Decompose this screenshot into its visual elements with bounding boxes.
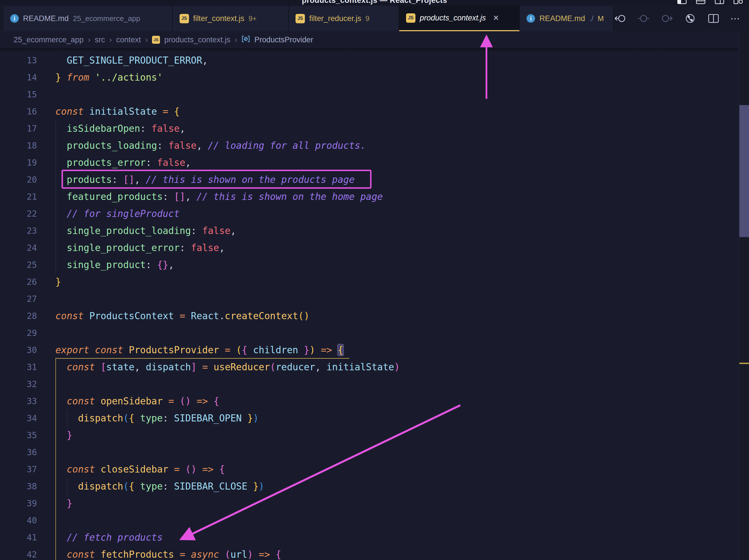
split-editor-icon[interactable] bbox=[707, 13, 720, 24]
nav-back-icon[interactable] bbox=[614, 13, 627, 24]
chevron-right-icon: › bbox=[235, 35, 237, 44]
chevron-right-icon: › bbox=[109, 35, 112, 44]
titlebar: products_context.js — React_Projects bbox=[0, 0, 749, 6]
tab-filter-context[interactable]: JS filter_context.js 9+ bbox=[173, 6, 289, 31]
line-number[interactable]: 23 bbox=[0, 222, 37, 239]
line-content: const openSidebar = () => { bbox=[56, 393, 219, 410]
line-number[interactable]: 31 bbox=[0, 359, 37, 376]
line-number[interactable]: 25 bbox=[0, 256, 37, 273]
code-line[interactable]: 30export const ProductsProvider = ({ chi… bbox=[0, 342, 739, 359]
line-number[interactable]: 38 bbox=[0, 478, 37, 495]
line-number[interactable]: 26 bbox=[0, 273, 37, 291]
line-number[interactable]: 34 bbox=[0, 410, 37, 427]
line-number[interactable]: 32 bbox=[0, 376, 37, 393]
code-line[interactable]: 38 dispatch({ type: SIDEBAR_CLOSE }) bbox=[0, 478, 739, 495]
line-number[interactable]: 24 bbox=[0, 239, 37, 256]
breadcrumb-item-file[interactable]: products_context.js bbox=[164, 36, 231, 44]
code-line[interactable]: 19 products_error: false, bbox=[0, 154, 739, 171]
code-line[interactable]: 15 bbox=[0, 86, 739, 103]
code-line[interactable]: 23 single_product_loading: false, bbox=[0, 222, 739, 239]
code-line[interactable]: 42 const fetchProducts = async (url) => … bbox=[0, 546, 739, 560]
line-number[interactable]: 40 bbox=[0, 512, 37, 529]
line-content: } bbox=[56, 427, 72, 444]
tab-label: products_context.js bbox=[420, 14, 486, 22]
tab-products-context-active[interactable]: JS products_context.js ✕ bbox=[399, 6, 520, 31]
code-line[interactable]: 40 bbox=[0, 512, 739, 529]
line-number[interactable]: 15 bbox=[0, 86, 37, 103]
line-number[interactable]: 22 bbox=[0, 205, 37, 222]
tab-filter-reducer[interactable]: JS filter_reducer.js 9 bbox=[289, 6, 399, 31]
breadcrumb-item-context[interactable]: context bbox=[116, 36, 141, 44]
line-number[interactable]: 17 bbox=[0, 120, 37, 137]
line-number[interactable]: 20 bbox=[0, 171, 37, 188]
code-line[interactable]: 25 single_product: {}, bbox=[0, 256, 739, 273]
line-number[interactable]: 19 bbox=[0, 154, 37, 171]
code-line[interactable]: 31 const [state, dispatch] = useReducer(… bbox=[0, 359, 739, 376]
chevron-right-icon: › bbox=[88, 35, 90, 44]
code-line[interactable]: 26} bbox=[0, 273, 739, 291]
window-title: products_context.js — React_Projects bbox=[0, 0, 749, 5]
close-icon[interactable]: ✕ bbox=[493, 14, 499, 22]
line-content: // fetch products bbox=[56, 529, 163, 546]
tab-label: filter_reducer.js bbox=[309, 14, 361, 23]
code-line[interactable]: 32 bbox=[0, 376, 739, 393]
nav-previous-icon[interactable] bbox=[637, 13, 650, 24]
breadcrumb-item-src[interactable]: src bbox=[94, 36, 105, 44]
line-number[interactable]: 18 bbox=[0, 137, 37, 154]
line-number[interactable]: 36 bbox=[0, 444, 37, 461]
code-line[interactable]: 18 products_loading: false, // loading f… bbox=[0, 137, 739, 154]
code-line[interactable]: 21 featured_products: [], // this is sho… bbox=[0, 188, 739, 205]
source-control-graph-icon[interactable] bbox=[684, 13, 697, 24]
code-line[interactable]: 41 // fetch products bbox=[0, 529, 739, 546]
customize-layout-icon[interactable] bbox=[733, 0, 743, 6]
line-content: // for singleProduct bbox=[56, 205, 179, 222]
toggle-panel-icon[interactable] bbox=[696, 0, 706, 6]
code-line[interactable]: 37 const closeSidebar = () => { bbox=[0, 461, 739, 478]
line-number[interactable]: 21 bbox=[0, 188, 37, 205]
line-number[interactable]: 35 bbox=[0, 427, 37, 444]
code-line[interactable]: 24 single_product_error: false, bbox=[0, 239, 739, 256]
code-line[interactable]: 28const ProductsContext = React.createCo… bbox=[0, 308, 739, 324]
code-line[interactable]: 35 } bbox=[0, 427, 739, 444]
code-line[interactable]: 14} from '../actions' bbox=[0, 69, 739, 86]
code-line[interactable]: 36 bbox=[0, 444, 739, 461]
tab-readme-modified[interactable]: i README.md ./ M bbox=[520, 6, 614, 31]
line-number[interactable]: 33 bbox=[0, 393, 37, 410]
code-editor[interactable]: 13 GET_SINGLE_PRODUCT_ERROR,14} from '..… bbox=[0, 48, 739, 560]
more-actions-icon[interactable]: ⋯ bbox=[730, 16, 741, 21]
line-content: products: [], // this is shown on the pr… bbox=[56, 171, 355, 188]
breadcrumb-item-symbol[interactable]: ProductsProvider bbox=[254, 36, 313, 44]
code-line[interactable]: 27 bbox=[0, 291, 739, 308]
scrollbar-thumb[interactable] bbox=[739, 105, 749, 237]
code-line[interactable]: 20 products: [], // this is shown on the… bbox=[0, 171, 739, 188]
line-number[interactable]: 42 bbox=[0, 546, 37, 560]
line-number[interactable]: 14 bbox=[0, 69, 37, 86]
toggle-primary-sidebar-icon[interactable] bbox=[677, 0, 687, 6]
line-number[interactable]: 28 bbox=[0, 308, 37, 324]
problems-badge: 9 bbox=[365, 15, 369, 23]
nav-forward-icon[interactable] bbox=[660, 13, 673, 24]
line-number[interactable]: 41 bbox=[0, 529, 37, 546]
code-line[interactable]: 29 bbox=[0, 324, 739, 342]
code-line[interactable]: 33 const openSidebar = () => { bbox=[0, 393, 739, 410]
line-number[interactable]: 13 bbox=[0, 52, 37, 69]
code-line[interactable]: 13 GET_SINGLE_PRODUCT_ERROR, bbox=[0, 52, 739, 69]
breadcrumb-item-project[interactable]: 25_ecommerce_app bbox=[14, 36, 84, 44]
line-number[interactable]: 37 bbox=[0, 461, 37, 478]
line-number[interactable]: 29 bbox=[0, 324, 37, 342]
line-number[interactable]: 39 bbox=[0, 495, 37, 512]
code-line[interactable]: 34 dispatch({ type: SIDEBAR_OPEN }) bbox=[0, 410, 739, 427]
line-number[interactable]: 30 bbox=[0, 342, 37, 359]
code-line[interactable]: 22 // for singleProduct bbox=[0, 205, 739, 222]
toggle-secondary-sidebar-icon[interactable] bbox=[714, 0, 725, 6]
editor-scrollbar[interactable] bbox=[739, 31, 749, 560]
git-modified-badge: M bbox=[598, 14, 604, 23]
tab-readme-ecommerce[interactable]: i README.md 25_ecommerce_app bbox=[3, 6, 173, 31]
code-line[interactable]: 17 isSidebarOpen: false, bbox=[0, 120, 739, 137]
line-number[interactable]: 16 bbox=[0, 103, 37, 120]
code-line[interactable]: 39 } bbox=[0, 495, 739, 512]
overview-ruler-marker bbox=[739, 363, 749, 364]
code-line[interactable]: 16const initialState = { bbox=[0, 103, 739, 120]
editor-actions: ⋯ bbox=[614, 6, 749, 31]
line-number[interactable]: 27 bbox=[0, 291, 37, 308]
